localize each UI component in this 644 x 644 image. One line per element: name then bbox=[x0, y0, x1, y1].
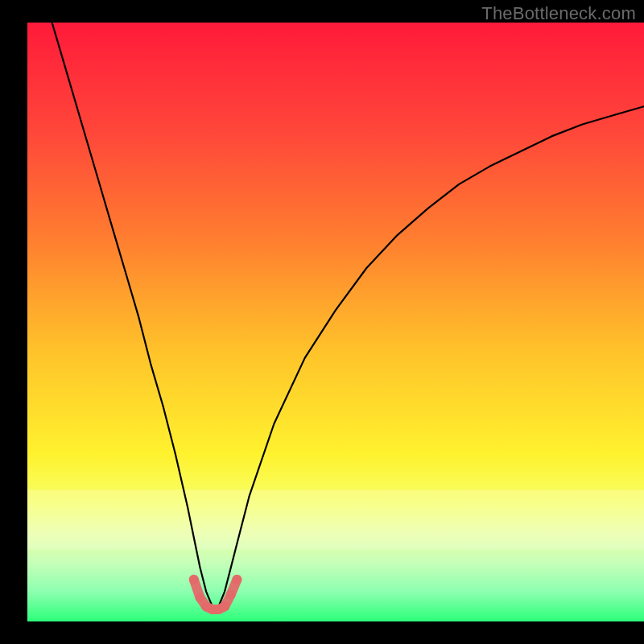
valley-dot bbox=[189, 575, 199, 584]
valley-dot bbox=[226, 590, 236, 600]
valley-dot bbox=[196, 592, 205, 602]
valley-dot bbox=[232, 575, 242, 584]
valley-dot bbox=[220, 601, 229, 611]
watermark-text: TheBottleneck.com bbox=[481, 3, 636, 24]
chart-frame: TheBottleneck.com bbox=[0, 0, 644, 644]
plot-svg bbox=[0, 0, 644, 644]
bottom-glow-band bbox=[27, 489, 644, 549]
